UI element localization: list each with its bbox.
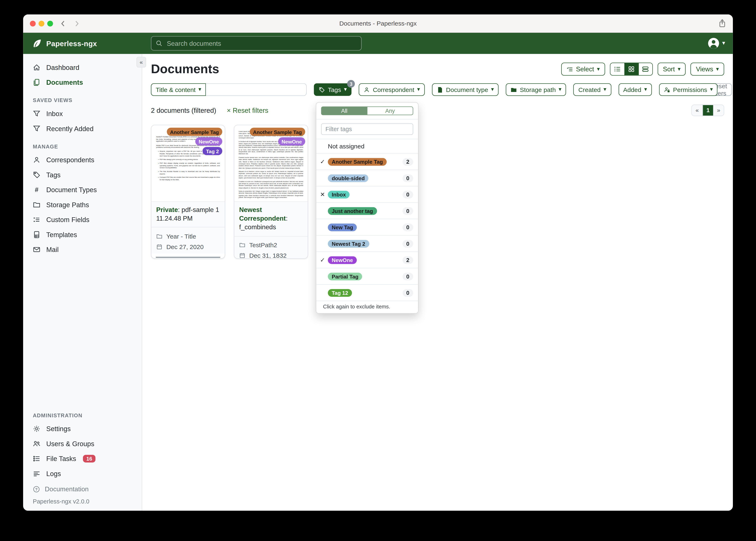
filter-tags-button[interactable]: Tags▼3 xyxy=(314,83,352,96)
filter-tags-input[interactable] xyxy=(321,123,413,135)
pagination-next-button[interactable]: » xyxy=(713,105,724,116)
sidebar-item-file-tasks[interactable]: File Tasks16 xyxy=(23,451,142,466)
list-view-icon xyxy=(614,66,621,73)
eye-icon xyxy=(185,257,191,258)
funnel-icon xyxy=(33,110,40,117)
filter-storage-path-button[interactable]: Storage path▼ xyxy=(506,83,566,96)
tag-match-mode-toggle: All Any xyxy=(321,106,413,115)
document-count: 2 documents (filtered) xyxy=(151,106,216,114)
filter-document-type-button[interactable]: Document type▼ xyxy=(432,83,499,96)
sidebar-item-documents[interactable]: Documents xyxy=(23,75,142,90)
user-menu-button[interactable]: ▼ xyxy=(707,37,725,50)
macos-titlebar: Documents - Paperless-ngx xyxy=(23,14,733,33)
sort-button[interactable]: Sort ▼ xyxy=(658,63,686,76)
tag-document-count: 0 xyxy=(402,223,413,231)
tag-option-newone[interactable]: ✓NewOne2 xyxy=(316,252,418,268)
window-title: Documents - Paperless-ngx xyxy=(339,20,417,27)
document-thumbnail[interactable]: Adobe Acrobat PDF FilesAdobe® Portable D… xyxy=(151,125,225,202)
select-list-check-icon xyxy=(566,66,573,73)
check-icon: ✓ xyxy=(320,158,328,165)
tag-option-inbox[interactable]: ✕Inbox0 xyxy=(316,186,418,202)
document-card[interactable]: Adobe Acrobat PDF FilesAdobe® Portable D… xyxy=(151,125,225,259)
tag-option-another-sample-tag[interactable]: ✓Another Sample Tag2 xyxy=(316,153,418,170)
x-icon: ✕ xyxy=(320,191,328,198)
document-thumbnail[interactable]: Lorem ipsum dolor sit amet, consectetur … xyxy=(234,125,308,202)
document-title[interactable]: Private: pdf-sample 1 11.24.48 PM xyxy=(151,202,225,227)
pagination: « 1 » xyxy=(691,105,724,116)
tag-document-count: 2 xyxy=(402,158,413,165)
app-header: Paperless-ngx ▼ xyxy=(23,33,733,54)
views-button[interactable]: Views ▼ xyxy=(691,63,724,76)
sidebar-item-mail[interactable]: Mail xyxy=(23,242,142,257)
tag-pill: Newest Tag 2 xyxy=(328,240,369,248)
sidebar-item-correspondents[interactable]: Correspondents xyxy=(23,152,142,167)
calendar-icon xyxy=(239,253,245,259)
sidebar-item-settings[interactable]: Settings xyxy=(23,421,142,436)
fields-icon xyxy=(33,216,40,223)
chevron-down-icon: ▼ xyxy=(644,88,647,92)
close-window-button[interactable] xyxy=(30,21,36,26)
tag-pill[interactable]: Another Sample Tag xyxy=(167,128,222,136)
tag-pill[interactable]: Tag 2 xyxy=(203,147,222,155)
search-input[interactable] xyxy=(166,39,357,47)
sidebar-collapse-button[interactable]: « xyxy=(136,57,146,67)
sidebar-item-document-types[interactable]: #Document Types xyxy=(23,182,142,197)
document-card[interactable]: Lorem ipsum dolor sit amet, consectetur … xyxy=(234,125,308,259)
sidebar-item-storage-paths[interactable]: Storage Paths xyxy=(23,197,142,212)
view-list-button[interactable] xyxy=(610,63,624,75)
people-icon xyxy=(33,440,40,447)
chevron-down-icon: ▼ xyxy=(491,88,494,92)
sidebar-item-inbox[interactable]: Inbox xyxy=(23,106,142,121)
pagination-page-1-button[interactable]: 1 xyxy=(703,105,713,116)
chevron-down-icon: ▼ xyxy=(344,88,347,92)
not-assigned-option[interactable]: Not assigned xyxy=(316,139,418,153)
title-content-input[interactable] xyxy=(206,83,307,96)
sidebar-item-users-groups[interactable]: Users & Groups xyxy=(23,436,142,451)
tag-option-partial-tag[interactable]: Partial Tag0 xyxy=(316,268,418,284)
title-content-filter: Title & content ▼ xyxy=(151,83,307,96)
filter-correspondent-button[interactable]: Correspondent▼ xyxy=(359,83,425,96)
tag-pill: New Tag xyxy=(328,223,357,231)
select-button[interactable]: Select ▼ xyxy=(561,63,605,76)
view-detail-button[interactable] xyxy=(638,63,652,75)
sidebar-item-recently-added[interactable]: Recently Added xyxy=(23,121,142,136)
chevron-down-icon: ▼ xyxy=(559,88,562,92)
tag-option-new-tag[interactable]: New Tag0 xyxy=(316,219,418,235)
search-icon xyxy=(156,40,163,47)
pagination-prev-button[interactable]: « xyxy=(692,105,702,116)
tag-pill: double-sided xyxy=(328,174,369,182)
filter-permissions-button[interactable]: Permissions▼ xyxy=(659,83,718,96)
tag-option-double-sided[interactable]: double-sided0 xyxy=(316,170,418,186)
tag-option-just-another-tag[interactable]: Just another tag0 xyxy=(316,202,418,219)
match-any-button[interactable]: Any xyxy=(367,107,413,115)
filter-created-button[interactable]: Created▼ xyxy=(574,83,611,96)
tag-pill: Partial Tag xyxy=(328,272,362,280)
tag-pill[interactable]: NewOne xyxy=(278,137,305,146)
browser-back-button[interactable] xyxy=(58,18,68,29)
tag-pill[interactable]: NewOne xyxy=(195,137,222,146)
person-icon xyxy=(33,156,40,164)
tag-option-newest-tag-2[interactable]: Newest Tag 20 xyxy=(316,235,418,251)
minimize-window-button[interactable] xyxy=(39,21,44,26)
share-icon[interactable] xyxy=(717,18,727,28)
sidebar-item-tags[interactable]: Tags xyxy=(23,167,142,182)
reset-filters-link[interactable]: × Reset filters xyxy=(227,106,268,114)
documentation-link[interactable]: ? Documentation xyxy=(23,483,142,495)
filter-field-selector[interactable]: Title & content ▼ xyxy=(151,83,206,96)
svg-text:#: # xyxy=(35,186,39,193)
filter-added-button[interactable]: Added▼ xyxy=(618,83,652,96)
view-grid-button[interactable] xyxy=(624,63,638,75)
browser-forward-button[interactable] xyxy=(71,18,82,29)
chevron-down-icon: ▼ xyxy=(710,88,713,92)
tag-option-tag-12[interactable]: Tag 120 xyxy=(316,284,418,300)
match-all-button[interactable]: All xyxy=(322,107,367,115)
document-title[interactable]: Newest Correspondent: f_combineds xyxy=(234,202,308,236)
sidebar-item-templates[interactable]: Templates xyxy=(23,227,142,242)
sidebar-item-custom-fields[interactable]: Custom Fields xyxy=(23,212,142,227)
tag-pill[interactable]: Another Sample Tag xyxy=(250,128,305,136)
chevron-down-icon: ▼ xyxy=(722,41,725,45)
sidebar-item-logs[interactable]: Logs xyxy=(23,466,142,481)
sidebar-item-dashboard[interactable]: Dashboard xyxy=(23,60,142,75)
zoom-window-button[interactable] xyxy=(47,21,53,26)
person-icon xyxy=(364,86,370,93)
